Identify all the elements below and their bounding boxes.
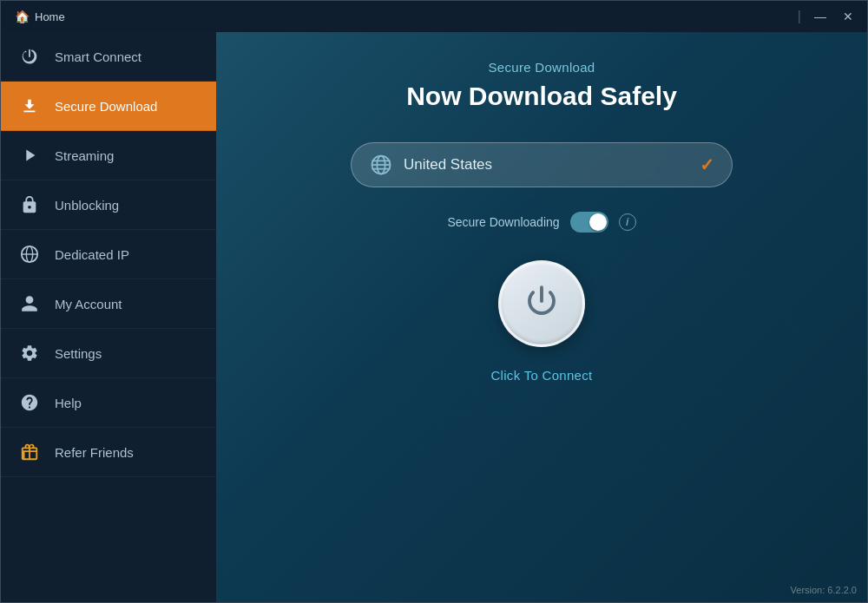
title-bar: 🏠 Home | — ✕ [1, 1, 867, 32]
main-content: Smart Connect Secure Download Streaming … [1, 32, 867, 602]
gift-icon [18, 442, 41, 462]
sidebar: Smart Connect Secure Download Streaming … [1, 32, 216, 602]
content-area: Secure Download Now Download Safely Unit [216, 32, 867, 602]
secure-downloading-toggle[interactable] [570, 212, 608, 233]
home-nav[interactable]: 🏠 Home [8, 10, 65, 23]
sidebar-label-my-account: My Account [55, 297, 122, 311]
help-icon [18, 393, 41, 412]
sidebar-item-dedicated-ip[interactable]: Dedicated IP [1, 230, 216, 279]
sidebar-label-smart-connect: Smart Connect [55, 49, 141, 64]
sidebar-item-help[interactable]: Help [1, 378, 216, 428]
sidebar-label-streaming: Streaming [55, 148, 114, 163]
content-title: Now Download Safely [406, 82, 677, 111]
app-container: 🏠 Home | — ✕ Smart Connect Secure Downlo… [0, 0, 868, 603]
sidebar-item-smart-connect[interactable]: Smart Connect [1, 32, 216, 82]
sidebar-label-secure-download: Secure Download [55, 99, 157, 114]
play-icon [18, 146, 41, 165]
close-button[interactable]: ✕ [836, 6, 860, 27]
power-button-icon [523, 283, 560, 324]
chevron-down-icon: ✓ [700, 154, 714, 175]
title-divider: | [798, 9, 801, 24]
power-icon [18, 47, 41, 66]
info-icon[interactable]: i [619, 213, 636, 231]
sidebar-label-dedicated-ip: Dedicated IP [55, 247, 129, 262]
power-button[interactable] [498, 260, 585, 347]
power-button-container[interactable] [498, 260, 585, 347]
country-name: United States [404, 156, 700, 174]
connect-label[interactable]: Click To Connect [490, 368, 592, 383]
lock-icon [18, 195, 41, 214]
toggle-row: Secure Downloading i [447, 212, 635, 233]
country-selector[interactable]: United States ✓ [351, 142, 733, 187]
secure-downloading-label: Secure Downloading [447, 215, 559, 229]
sidebar-item-settings[interactable]: Settings [1, 329, 216, 378]
download-icon [18, 96, 41, 115]
sidebar-item-streaming[interactable]: Streaming [1, 131, 216, 180]
sidebar-item-secure-download[interactable]: Secure Download [1, 82, 216, 131]
content-inner: Secure Download Now Download Safely Unit [251, 60, 832, 383]
sidebar-item-my-account[interactable]: My Account [1, 279, 216, 329]
account-icon [18, 294, 41, 313]
sidebar-item-unblocking[interactable]: Unblocking [1, 180, 216, 230]
content-subtitle: Secure Download [489, 60, 595, 75]
gear-icon [18, 344, 41, 363]
sidebar-label-refer-friends: Refer Friends [55, 445, 134, 460]
sidebar-label-help: Help [55, 396, 82, 410]
home-label: Home [35, 10, 65, 23]
sidebar-item-refer-friends[interactable]: Refer Friends [1, 428, 216, 477]
version-text: Version: 6.2.2.0 [791, 585, 857, 595]
globe-icon [369, 153, 393, 177]
minimize-button[interactable]: — [808, 6, 832, 27]
home-icon: 🏠 [15, 10, 30, 23]
ip-icon [18, 245, 41, 264]
sidebar-label-unblocking: Unblocking [55, 198, 119, 213]
sidebar-label-settings: Settings [55, 346, 102, 361]
